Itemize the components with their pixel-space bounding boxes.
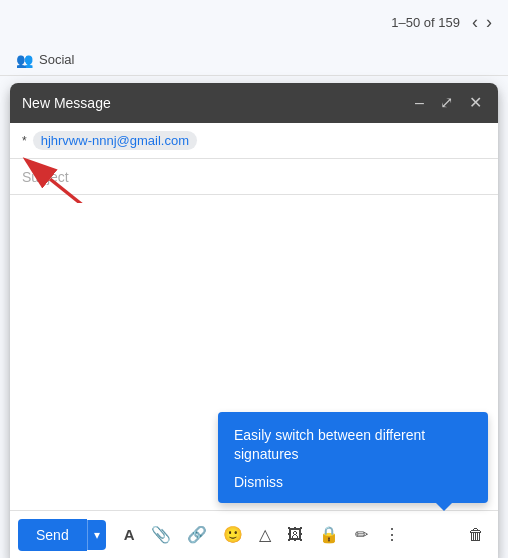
minimize-button[interactable]: –: [411, 93, 428, 113]
pen-icon: ✏: [355, 526, 368, 543]
tooltip-dismiss-button[interactable]: Dismiss: [234, 474, 283, 490]
close-button[interactable]: ✕: [465, 93, 486, 113]
subject-input[interactable]: [22, 169, 486, 185]
compose-title: New Message: [22, 95, 411, 111]
to-field[interactable]: * hjhrvww-nnnj@gmail.com: [10, 123, 498, 159]
signature-tooltip: Easily switch between different signatur…: [218, 412, 488, 503]
delete-button[interactable]: 🗑: [462, 523, 490, 547]
attach-icon: 📎: [151, 526, 171, 543]
tooltip-pointer: [436, 503, 452, 511]
pagination-text: 1–50 of 159: [391, 15, 460, 30]
drive-button[interactable]: △: [253, 523, 277, 547]
expand-button[interactable]: ⤢: [436, 93, 457, 113]
lock-button[interactable]: 🔒: [313, 523, 345, 547]
social-tab[interactable]: Social: [39, 52, 74, 67]
delete-icon: 🗑: [468, 526, 484, 543]
compose-header: New Message – ⤢ ✕: [10, 83, 498, 123]
drive-icon: △: [259, 526, 271, 543]
top-bar: 1–50 of 159 ‹ ›: [0, 0, 508, 44]
send-button-group: Send ▾: [18, 519, 106, 551]
attach-button[interactable]: 📎: [145, 523, 177, 547]
social-icon: 👥: [16, 52, 33, 68]
next-page-button[interactable]: ›: [482, 8, 496, 37]
tooltip-text: Easily switch between different signatur…: [234, 426, 472, 465]
link-icon: 🔗: [187, 526, 207, 543]
subject-field[interactable]: [10, 159, 498, 195]
compose-window: New Message – ⤢ ✕ * hjhrvww-nnnj@gmail.c…: [10, 83, 498, 558]
more-options-button[interactable]: ⋮: [378, 523, 406, 547]
to-prefix: *: [22, 134, 27, 148]
photo-button[interactable]: 🖼: [281, 523, 309, 547]
recipient-email: hjhrvww-nnnj@gmail.com: [41, 133, 189, 148]
tab-bar: 👥 Social: [0, 44, 508, 76]
link-button[interactable]: 🔗: [181, 523, 213, 547]
photo-icon: 🖼: [287, 526, 303, 543]
lock-icon: 🔒: [319, 526, 339, 543]
compose-header-actions: – ⤢ ✕: [411, 93, 486, 113]
format-text-button[interactable]: A: [118, 523, 141, 547]
send-button[interactable]: Send: [18, 519, 87, 551]
compose-toolbar: Send ▾ A 📎 🔗 🙂 △ 🖼 🔒 ✏ ⋮: [10, 510, 498, 558]
more-icon: ⋮: [384, 526, 400, 543]
send-options-button[interactable]: ▾: [87, 520, 106, 550]
emoji-icon: 🙂: [223, 526, 243, 543]
recipient-chip: hjhrvww-nnnj@gmail.com: [33, 131, 197, 150]
format-icon: A: [124, 526, 135, 543]
signature-button[interactable]: ✏: [349, 523, 374, 547]
emoji-button[interactable]: 🙂: [217, 523, 249, 547]
prev-page-button[interactable]: ‹: [468, 8, 482, 37]
